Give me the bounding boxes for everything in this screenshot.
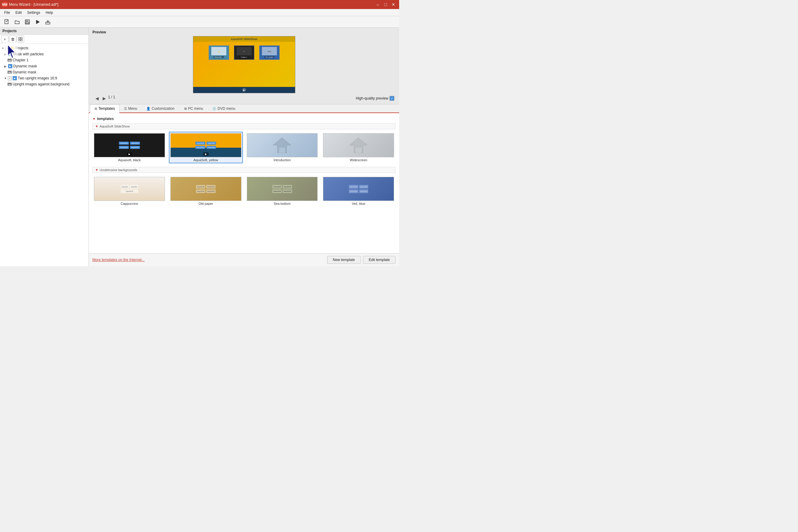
slide-icon: ▬ <box>7 58 12 62</box>
tab-templates[interactable]: ⊞ Templates <box>90 104 120 113</box>
menu-settings[interactable]: Settings <box>25 10 42 15</box>
templates-tab-icon: ⊞ <box>94 107 97 111</box>
preview-nav-left: ◀ ▶ 1 / 1 <box>94 95 115 102</box>
svg-rect-15 <box>279 148 285 153</box>
tree-item-chapter1[interactable]: ▬ Chapter 1 <box>0 57 89 63</box>
two-upright-label: Two upright images 16:9 <box>18 76 57 80</box>
more-templates-link[interactable]: More templates on the Internet... <box>92 258 144 262</box>
template-old-paper[interactable]: AquaSoft AquaSoft AquaSoft AquaSoft Old … <box>169 175 243 207</box>
aquasoft-templates-grid: AquaSoft AquaSoft AquaSoft AquaSoft ▶ Aq… <box>92 132 396 163</box>
tree-item-projects[interactable]: ▼ ✓ 📁 Projects <box>0 45 89 51</box>
template-thumb-veilblue: AquaSoft AquaSoft AquaSoft AquaSoft <box>323 177 394 201</box>
preview-container: AquaSoft SlideShow 🌙 Mask with... <box>92 36 396 93</box>
delete-item-button[interactable]: 🗑 <box>9 36 16 43</box>
preview-bottom-bar: ▶ <box>193 87 295 93</box>
menu-file[interactable]: File <box>2 10 12 15</box>
aquasoft-subsection-header: ▼ AquaSoft SlideShow <box>92 123 396 129</box>
preview-inner: AquaSoft SlideShow 🌙 Mask with... <box>193 36 295 93</box>
tree-item-two-upright[interactable]: ▼ ✓ ▶ Two upright images 16:9 <box>0 75 89 81</box>
sidebar-tools: + 🗑 <box>0 35 89 44</box>
template-name-sea-bottom: Sea bottom <box>247 202 318 205</box>
template-thumb-black: AquaSoft AquaSoft AquaSoft AquaSoft ▶ <box>94 133 165 157</box>
tab-pc-menu-label: PC menu <box>188 107 203 111</box>
svg-marker-6 <box>36 20 40 24</box>
template-aquasoft-black[interactable]: AquaSoft AquaSoft AquaSoft AquaSoft ▶ Aq… <box>92 132 166 163</box>
template-introduction[interactable]: Introduction <box>245 132 320 163</box>
tab-dvd-menu[interactable]: 💿 DVD menu <box>208 104 240 113</box>
open-button[interactable] <box>13 17 22 26</box>
unobtrusive-templates-grid: AquaSo AquaSo AquaSoft Cappuccino <box>92 175 396 207</box>
template-thumb-wide <box>323 133 394 157</box>
menu-edit[interactable]: Edit <box>13 10 24 15</box>
new-button[interactable] <box>2 17 12 26</box>
tab-customization[interactable]: 👤 Customization <box>142 104 179 113</box>
template-name-yellow: AquaSoft, yellow <box>170 158 241 162</box>
hq-preview: High-quality preview ✓ <box>356 96 394 101</box>
template-thumb-oldpaper: AquaSoft AquaSoft AquaSoft AquaSoft <box>170 177 241 201</box>
templates-panel: ▼ templates ▼ AquaSoft SlideShow AquaSof… <box>89 113 399 253</box>
template-thumb-yellow: AquaSoft AquaSoft AquaSoft AquaSoft ▶ <box>170 133 241 157</box>
new-template-button[interactable]: New template <box>327 256 361 264</box>
aquasoft-subsection-label: AquaSoft SlideShow <box>99 125 130 128</box>
projects-checkbox[interactable]: ✓ <box>5 46 9 50</box>
tree-item-dynamic-mask-slide[interactable]: ▬ Dynamic mask <box>0 69 89 75</box>
template-aquasoft-yellow[interactable]: AquaSoft AquaSoft AquaSoft AquaSoft ▶ Aq… <box>169 132 243 163</box>
upright-images-label: Upright images against background <box>13 82 70 86</box>
window-title: Menu Wizard - [Unnamed.adl*] <box>9 2 58 7</box>
preview-title: AquaSoft SlideShow <box>231 38 257 41</box>
export-button[interactable] <box>43 17 52 26</box>
tree-item-dynamic-mask[interactable]: ▶ ▶ Dynamic mask <box>0 63 89 69</box>
tab-menu[interactable]: ☰ Menu <box>120 104 142 113</box>
titlebar-controls: – □ ✕ <box>375 1 397 8</box>
template-name-cappuccino: Cappuccino <box>94 202 165 205</box>
dvd-menu-tab-icon: 💿 <box>212 107 216 111</box>
next-page-button[interactable]: ▶ <box>101 95 107 102</box>
content-area: Preview AquaSoft SlideShow 🌙 <box>89 28 399 266</box>
template-name-old-paper: Old paper <box>170 202 241 205</box>
tab-menu-label: Menu <box>128 107 137 111</box>
template-veil-blue[interactable]: AquaSoft AquaSoft AquaSoft AquaSoft Veil… <box>322 175 396 207</box>
svg-rect-11 <box>19 39 20 41</box>
pc-menu-tab-icon: 🖥 <box>184 107 187 110</box>
sidebar-title: Projects <box>2 29 17 33</box>
template-thumb-cappuccino: AquaSo AquaSo AquaSoft <box>94 177 165 201</box>
close-button[interactable]: ✕ <box>390 1 397 8</box>
minimize-button[interactable]: – <box>375 1 381 8</box>
grid-button[interactable] <box>17 36 24 43</box>
tree-item-mask-particles[interactable]: ▶ ▶ Mask with particles <box>0 51 89 57</box>
preview-top-bar: AquaSoft SlideShow <box>193 36 295 42</box>
template-cappuccino[interactable]: AquaSo AquaSo AquaSoft Cappuccino <box>92 175 166 207</box>
tree-item-upright-images[interactable]: ▬ Upright images against background <box>0 81 89 87</box>
dynamic-mask-label: Dynamic mask <box>13 64 37 68</box>
chapter-icon3: ▶ <box>12 76 17 81</box>
preview-area: Preview AquaSoft SlideShow 🌙 <box>89 28 399 104</box>
template-name-black: Aquasoft, black <box>94 158 165 162</box>
template-sea-bottom[interactable]: AquaSoft AquaSoft AquaSoft AquaSoft Sea … <box>245 175 320 207</box>
svg-rect-4 <box>26 20 28 21</box>
maximize-button[interactable]: □ <box>382 1 389 8</box>
play-button[interactable] <box>33 17 42 26</box>
mini-logo: AquaSoft <box>206 146 216 149</box>
projects-label: Projects <box>15 46 28 50</box>
subsection-arrow-icon: ▼ <box>95 125 98 128</box>
titlebar: MW Menu Wizard - [Unnamed.adl*] – □ ✕ <box>0 0 399 9</box>
mini-logo: AquaSoft <box>195 141 205 145</box>
slide-icon3: ▬ <box>7 82 12 87</box>
tab-customization-label: Customization <box>152 107 175 111</box>
expand-icon: ▶ <box>4 52 7 56</box>
save-button[interactable] <box>23 17 32 26</box>
template-name-veil-blue: Veil, blue <box>323 202 394 205</box>
toolbar <box>0 16 399 28</box>
slide-icon2: ▬ <box>7 70 12 75</box>
menu-help[interactable]: Help <box>43 10 55 15</box>
tab-pc-menu[interactable]: 🖥 PC menu <box>179 104 208 113</box>
edit-template-button[interactable]: Edit template <box>363 256 396 264</box>
hq-checkbox[interactable]: ✓ <box>389 96 394 101</box>
menu-tab-icon: ☰ <box>124 107 127 111</box>
add-item-button[interactable]: + <box>1 36 8 43</box>
prev-page-button[interactable]: ◀ <box>94 95 100 102</box>
dynamic-mask-slide-label: Dynamic mask <box>13 70 36 74</box>
template-widescreen[interactable]: Widescreen <box>322 132 396 163</box>
svg-rect-17 <box>356 148 362 153</box>
two-upright-checkbox[interactable]: ✓ <box>8 76 12 80</box>
